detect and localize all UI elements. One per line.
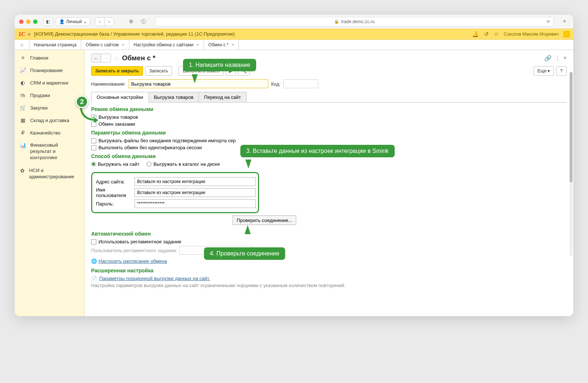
scrollbar[interactable] (570, 72, 573, 256)
info-icon[interactable]: ⓘ (139, 17, 148, 26)
nav-main[interactable]: ≡Главное (15, 51, 84, 64)
forward-button[interactable]: › (104, 17, 114, 26)
code-input[interactable] (283, 79, 318, 88)
save-button[interactable]: Записать (145, 66, 172, 76)
close-tab-icon[interactable]: × (196, 42, 199, 47)
url-bar[interactable]: 🔒 trade.demo.1c.ru ⟳ (155, 17, 553, 26)
lock-icon: 🔒 (334, 19, 339, 24)
tab-label: Начальная страница (34, 42, 76, 47)
back-button[interactable]: ‹ (95, 17, 104, 26)
advanced-desc: Настройка параметров выгрузки данных на … (91, 283, 567, 288)
favorite-star-icon[interactable]: ☆ (114, 55, 119, 62)
link-icon[interactable]: 🔗 (544, 55, 552, 62)
tab-label: Обмен с сайтом (86, 42, 119, 47)
section-mode-title: Режим обмена данными (91, 106, 567, 112)
nav-label: НСИ и администрирование (29, 168, 79, 180)
nav-purchases[interactable]: 🛒Закупки (15, 101, 84, 114)
cart-icon: 🛒 (20, 105, 26, 111)
close-tab-icon[interactable]: × (232, 42, 234, 47)
nav-sales[interactable]: 🛍Продажи (15, 89, 84, 101)
check-use-scheduled[interactable]: Использовать регламентное задание (91, 239, 567, 244)
advanced-link[interactable]: Параметры порционной выгрузки данных на … (99, 276, 210, 281)
nav-warehouse[interactable]: ▦Склад и доставка (15, 114, 84, 126)
nav-crm[interactable]: ◐CRM и маркетинг (15, 76, 84, 89)
traffic-lights (19, 19, 37, 24)
tab-exchange-settings[interactable]: Настройки обмена с сайтами× (129, 40, 204, 50)
tab-home[interactable]: Начальная страница (29, 40, 81, 50)
gear-icon: ✿ (20, 168, 25, 173)
nav-nsi[interactable]: ✿НСИ и администрирование (15, 164, 84, 183)
check-exchange-orders[interactable]: Обмен заказами (91, 121, 567, 127)
radio-upload-disk[interactable]: Выгружать в каталог на диске (147, 161, 220, 167)
help-button[interactable]: ? (556, 66, 567, 76)
nav-label: Главное (30, 55, 49, 61)
user-name[interactable]: Соколов Максим Игоревич (504, 32, 559, 37)
close-tab-icon[interactable]: × (122, 42, 125, 47)
arrow-down-icon: ▼ (190, 69, 200, 87)
bell-icon[interactable]: 🔔 (472, 31, 479, 37)
username-input[interactable] (135, 188, 256, 197)
tab-exchange-current[interactable]: Обмен с *× (204, 40, 239, 50)
browser-chrome: ◧ 👤 Личный ⌄ ‹ › ⚙ ⓘ 🔒 trade.demo.1c.ru … (15, 15, 573, 29)
main-content: ← → ☆ Обмен с * 🔗 ⋮ × Записать и закрыть… (85, 50, 573, 316)
close-window-icon[interactable] (19, 19, 24, 24)
bag-icon: 🛍 (20, 92, 26, 98)
scheduled-user-label: Пользователь регламентного задания: (91, 248, 179, 253)
star-icon[interactable]: ☆ (494, 31, 499, 37)
list-icon: ≡ (20, 55, 26, 61)
ruble-icon: ₽ (20, 130, 26, 136)
gear-icon[interactable]: ⚙ (126, 17, 136, 26)
scroll-thumb[interactable] (570, 72, 573, 182)
history-icon[interactable]: ↺ (484, 31, 489, 37)
code-label: Код: (271, 81, 281, 87)
nav-treasury[interactable]: ₽Казначейство (15, 126, 84, 139)
nav-finance[interactable]: 📊Финансовый результат и контроллинг (15, 139, 84, 164)
section-auto-title: Автоматический обмен (91, 231, 567, 237)
check-upload-goods[interactable]: Выгрузка товаров (91, 114, 567, 120)
tab-goods-upload[interactable]: Выгрузка товаров (148, 92, 199, 102)
menu-icon[interactable]: ≡ (28, 31, 31, 37)
more-button[interactable]: Еще ▾ (534, 66, 554, 76)
logo-1c-icon: 1C (18, 31, 25, 37)
schedule-link[interactable]: Настроить расписание обмена (98, 258, 167, 264)
nav-label: Планирование (30, 68, 63, 73)
profile-button[interactable]: 👤 Личный ⌄ (56, 17, 90, 26)
sidebar-toggle-icon[interactable]: ◧ (43, 17, 53, 26)
reload-icon[interactable]: ⟳ (546, 19, 550, 24)
save-close-button[interactable]: Записать и закрыть (91, 66, 143, 76)
document-icon: 📄 (91, 276, 97, 281)
radio-icon (91, 162, 96, 167)
chart-icon: 📈 (20, 67, 26, 73)
radio-label: Выгружать в каталог на диске (153, 161, 220, 167)
radio-upload-site[interactable]: Выгружать на сайт (91, 161, 139, 167)
site-address-input[interactable] (135, 177, 256, 186)
chevron-down-icon: ▾ (548, 68, 550, 74)
nav-planning[interactable]: 📈Планирование (15, 64, 84, 76)
tab-main-settings[interactable]: Основные настройки (91, 92, 149, 102)
check-upload-no-wait[interactable]: Выгружать файлы без ожидания подтвержден… (91, 138, 567, 143)
tab-exchange-site[interactable]: Обмен с сайтом× (81, 40, 129, 50)
callout-2-badge: 2 (76, 96, 88, 108)
addr-label: Адрес сайта: (92, 179, 135, 185)
page-nav-arrows: ← → (91, 54, 111, 62)
bars-icon: 📊 (20, 142, 26, 148)
yellow-square-icon[interactable] (564, 31, 570, 37)
tab-goto-site[interactable]: Переход на сайт (198, 92, 246, 102)
nav-label: Закупки (30, 105, 47, 111)
sidebar: ≡Главное 📈Планирование ◐CRM и маркетинг … (15, 50, 85, 316)
maximize-window-icon[interactable] (33, 19, 37, 24)
pie-icon: ◐ (20, 80, 26, 86)
password-input[interactable] (135, 199, 256, 208)
back-arrow-icon[interactable]: ← (92, 54, 101, 62)
forward-arrow-icon: → (101, 54, 111, 62)
pass-label: Пароль: (92, 201, 135, 207)
check-label: Выгрузка товаров (98, 114, 138, 120)
more-vert-icon[interactable]: ⋮ (555, 55, 560, 62)
home-icon[interactable]: ⌂ (15, 40, 29, 50)
close-page-icon[interactable]: × (563, 55, 567, 62)
radio-label: Выгружать на сайт (98, 161, 139, 167)
check-connection-button[interactable]: Проверить соединение... (233, 215, 296, 225)
minimize-window-icon[interactable] (26, 19, 31, 24)
new-tab-button[interactable]: + (560, 17, 569, 26)
toolbar: Записать и закрыть Записать Выполнить об… (91, 66, 567, 76)
